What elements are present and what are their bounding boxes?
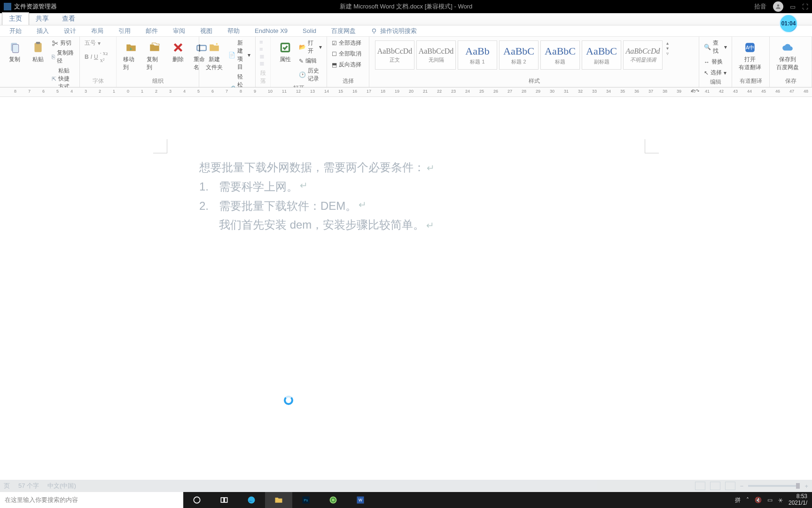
taskbar-edge[interactable]	[238, 492, 265, 508]
taskbar-photoshop[interactable]: Ps	[292, 492, 320, 508]
font-style-row[interactable]: B I U · x₂ x²	[84, 49, 112, 64]
copy-to-button[interactable]: 复制到	[144, 39, 165, 72]
group-translate: A中打开 有道翻译 有道翻译	[732, 37, 770, 87]
view-print-layout-icon[interactable]	[710, 482, 720, 490]
move-to-icon	[123, 40, 139, 56]
tell-me-search[interactable]: 操作说明搜索	[363, 27, 424, 35]
recording-timer-badge: 01:04	[779, 14, 798, 33]
clock-date: 2021/1/	[789, 500, 807, 507]
edit-button[interactable]: ✎ 编辑	[298, 56, 323, 65]
tab-share[interactable]: 共享	[29, 13, 55, 25]
ruler-undo-redo[interactable]: ↶ ↷	[691, 88, 699, 94]
delete-icon	[170, 40, 186, 56]
style-no-spacing[interactable]: AaBbCcDd无间隔	[416, 40, 456, 70]
wifi-icon[interactable]: ⚹	[778, 497, 783, 503]
page[interactable]: 想要批量下载外网数据，需要两个必要条件：↵ 1.需要科学上网。↵ 2.需要批量下…	[171, 97, 641, 235]
style-heading-2[interactable]: AaBbC标题 2	[499, 40, 539, 70]
font-size-selector[interactable]: 五号 ▾	[84, 39, 102, 48]
status-language[interactable]: 中文(中国)	[47, 482, 76, 490]
battery-icon[interactable]: ▭	[767, 497, 773, 503]
wtab-baidu[interactable]: 百度网盘	[324, 27, 363, 35]
wtab-view[interactable]: 视图	[193, 27, 220, 35]
delete-button[interactable]: 删除	[167, 39, 189, 64]
youdao-translate-button[interactable]: A中打开 有道翻译	[736, 39, 764, 72]
restore-icon[interactable]: ▭	[790, 3, 796, 10]
wtab-solid[interactable]: Solid	[295, 27, 324, 34]
tab-home[interactable]: 主页	[2, 12, 29, 25]
taskbar-browser-2[interactable]	[320, 492, 347, 508]
zoom-slider[interactable]	[748, 485, 800, 487]
undo-icon[interactable]: ↶	[691, 88, 695, 94]
cortana-button[interactable]	[183, 492, 211, 508]
doc-list-item-2[interactable]: 2.需要批量下载软件：DEM。↵	[199, 197, 613, 216]
new-item-button[interactable]: 📄 新建项目 ▾	[227, 39, 251, 71]
taskbar-search[interactable]: 在这里输入你要搜索的内容	[0, 492, 183, 508]
group-paragraph: ≡ ≡≣ ≣ 段落	[256, 37, 271, 87]
select-button[interactable]: ↖ 选择 ▾	[703, 68, 727, 77]
task-view-button[interactable]	[211, 492, 238, 508]
word-window-title: 新建 Microsoft Word 文档.docx [兼容模式] - Word	[340, 2, 473, 11]
history-button[interactable]: 🕑 历史记录	[298, 66, 323, 83]
svg-rect-3	[34, 43, 41, 52]
document-area: 想要批量下载外网数据，需要两个必要条件：↵ 1.需要科学上网。↵ 2.需要批量下…	[0, 97, 812, 492]
volume-mute-icon[interactable]: 🔇	[755, 497, 762, 503]
wtab-references[interactable]: 引用	[111, 27, 138, 35]
select-all-button[interactable]: ☑ 全部选择	[331, 39, 362, 48]
style-subtitle[interactable]: AaBbC副标题	[582, 40, 621, 70]
taskbar-word[interactable]: W	[347, 492, 374, 508]
svg-text:W: W	[359, 498, 362, 502]
tray-expand-icon[interactable]: ˄	[746, 497, 749, 503]
doc-list-item-1[interactable]: 1.需要科学上网。↵	[199, 177, 613, 197]
wtab-design[interactable]: 设计	[56, 27, 84, 35]
replace-button[interactable]: ↔ 替换	[703, 57, 724, 66]
style-title[interactable]: AaBbC标题	[540, 40, 580, 70]
invert-selection-button[interactable]: ⬒ 反向选择	[331, 60, 362, 69]
status-page[interactable]: 页	[4, 482, 10, 490]
style-heading-1[interactable]: AaBb标题 1	[458, 40, 497, 70]
redo-icon[interactable]: ↷	[695, 88, 699, 94]
title-bar: 文件资源管理器 新建 Microsoft Word 文档.docx [兼容模式]…	[0, 0, 812, 13]
wtab-help[interactable]: 帮助	[220, 27, 247, 35]
user-avatar-icon[interactable]	[773, 1, 783, 12]
wtab-endnote[interactable]: EndNote X9	[247, 27, 295, 34]
horizontal-ruler[interactable]: 8765432101234567891011121314151617181920…	[0, 87, 812, 97]
zoom-out-button[interactable]: −	[740, 483, 744, 490]
copy-path-button[interactable]: ⎘复制路径	[51, 48, 76, 65]
account-label: 拾音	[754, 2, 766, 11]
svg-rect-2	[13, 45, 19, 53]
view-web-layout-icon[interactable]	[725, 482, 735, 490]
tab-view[interactable]: 查看	[55, 13, 82, 25]
wtab-insert[interactable]: 插入	[29, 27, 56, 35]
view-read-mode-icon[interactable]	[695, 482, 705, 490]
wtab-mailings[interactable]: 邮件	[138, 27, 165, 35]
doc-line-4[interactable]: 我们首先安装 dem，安装步骤比较简单。↵	[219, 215, 613, 235]
doc-line-1[interactable]: 想要批量下载外网数据，需要两个必要条件：↵	[199, 158, 613, 177]
new-folder-button[interactable]: 新建 文件夹	[203, 39, 226, 72]
move-to-button[interactable]: 移动到	[120, 39, 142, 72]
wtab-layout[interactable]: 布局	[84, 27, 111, 35]
status-word-count[interactable]: 57 个字	[18, 482, 39, 490]
svg-rect-4	[36, 42, 40, 44]
zoom-in-button[interactable]: +	[804, 483, 808, 490]
properties-button[interactable]: 属性	[274, 39, 296, 64]
paste-button[interactable]: 粘贴	[27, 39, 49, 64]
style-subtle-emphasis[interactable]: AaBbCcDd不明显强调	[623, 40, 663, 70]
cut-button[interactable]: 剪切	[51, 39, 76, 48]
taskbar-file-explorer[interactable]	[265, 492, 292, 508]
select-none-button[interactable]: ☐ 全部取消	[331, 49, 362, 58]
style-normal[interactable]: AaBbCcDd正文	[375, 40, 414, 70]
properties-icon	[277, 40, 293, 56]
taskbar-clock[interactable]: 8:53 2021/1/	[789, 493, 807, 507]
ime-indicator[interactable]: 拼	[735, 496, 741, 504]
open-button[interactable]: 📂 打开 ▾	[298, 39, 323, 56]
wtab-start[interactable]: 开始	[2, 27, 29, 35]
wtab-review[interactable]: 审阅	[165, 27, 193, 35]
styles-gallery[interactable]: AaBbCcDd正文 AaBbCcDd无间隔 AaBb标题 1 AaBbC标题 …	[373, 39, 695, 76]
maximize-icon[interactable]: ⛶	[802, 3, 808, 10]
save-to-baidu-button[interactable]: 保存到 百度网盘	[773, 39, 802, 72]
cloud-save-icon	[780, 40, 796, 56]
svg-point-11	[194, 497, 200, 503]
styles-expand-icon[interactable]: ▴▾▿	[664, 40, 671, 56]
find-button[interactable]: 🔍 查找 ▾	[703, 39, 728, 56]
copy-button[interactable]: 复制	[4, 39, 25, 64]
